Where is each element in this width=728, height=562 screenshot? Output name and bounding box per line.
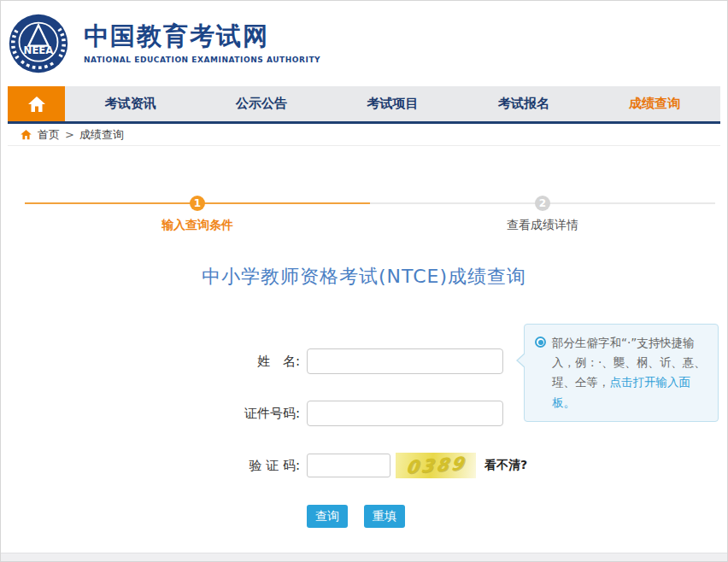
id-number-input[interactable]	[307, 401, 503, 426]
name-field-row: 姓 名:	[225, 348, 527, 374]
step-indicator: 1 2 输入查询条件 查看成绩详情	[25, 196, 715, 211]
breadcrumb-separator: >	[65, 128, 74, 141]
site-title: 中国教育考试网	[84, 23, 320, 50]
captcha-input[interactable]	[307, 454, 390, 477]
site-titles: 中国教育考试网 NATIONAL EDUCATION EXAMINATIONS …	[84, 23, 320, 64]
name-input[interactable]	[307, 348, 503, 374]
query-form: 姓 名: 证件号码: 验 证 码: 0389 看不清? 查询 重填	[225, 348, 527, 528]
nav-item-exam-registration[interactable]: 考试报名	[458, 86, 589, 121]
radio-bullet-icon	[535, 337, 546, 348]
nav-home-button[interactable]	[8, 86, 65, 121]
captcha-text: 0389	[405, 453, 467, 477]
rare-character-tooltip: 部分生僻字和“·”支持快捷输入，例：·、龑、㭎、䜣、惪、瑆、仝等，点击打开输入面…	[524, 324, 719, 422]
home-icon	[26, 94, 47, 114]
site-header: NEEA 中国教育考试网 NATIONAL EDUCATION EXAMINAT…	[1, 1, 727, 86]
step-progress-track	[25, 202, 715, 204]
id-number-label: 证件号码:	[225, 406, 300, 422]
reset-button[interactable]: 重填	[364, 505, 405, 528]
nav-item-exam-news[interactable]: 考试资讯	[65, 86, 196, 121]
step-2-label: 查看成绩详情	[507, 218, 578, 233]
query-button[interactable]: 查询	[307, 505, 348, 528]
nav-item-exam-programs[interactable]: 考试项目	[327, 86, 458, 121]
page-title: 中小学教师资格考试(NTCE)成绩查询	[1, 264, 727, 290]
name-label: 姓 名:	[225, 354, 300, 370]
step-1-label: 输入查询条件	[161, 218, 233, 233]
id-number-field-row: 证件号码:	[225, 401, 527, 426]
neea-logo-icon[interactable]: NEEA	[8, 13, 69, 74]
captcha-image[interactable]: 0389	[396, 453, 476, 478]
site-subtitle: NATIONAL EDUCATION EXAMINATIONS AUTHORIT…	[84, 56, 320, 64]
step-1-dot: 1	[190, 196, 205, 211]
breadcrumb: 首页 > 成绩查询	[8, 124, 720, 146]
nav-item-public-notices[interactable]: 公示公告	[196, 86, 326, 121]
breadcrumb-current: 成绩查询	[79, 127, 124, 143]
captcha-refresh-link[interactable]: 看不清?	[484, 458, 527, 473]
footer-strip	[1, 553, 727, 561]
score-query-page: NEEA 中国教育考试网 NATIONAL EDUCATION EXAMINAT…	[0, 0, 728, 562]
main-nav: 考试资讯 公示公告 考试项目 考试报名 成绩查询	[8, 86, 720, 124]
nav-item-score-query[interactable]: 成绩查询	[590, 86, 720, 121]
captcha-label: 验 证 码:	[225, 458, 300, 474]
captcha-field-row: 验 证 码: 0389 看不清?	[225, 453, 527, 478]
breadcrumb-home-icon	[20, 128, 32, 141]
tooltip-text: 部分生僻字和“·”支持快捷输入，例：·、龑、㭎、䜣、惪、瑆、仝等，点击打开输入面…	[552, 333, 707, 413]
form-buttons: 查询 重填	[225, 505, 527, 528]
breadcrumb-home-link[interactable]: 首页	[38, 127, 60, 143]
step-2-dot: 2	[535, 196, 550, 211]
svg-text:NEEA: NEEA	[24, 44, 54, 56]
